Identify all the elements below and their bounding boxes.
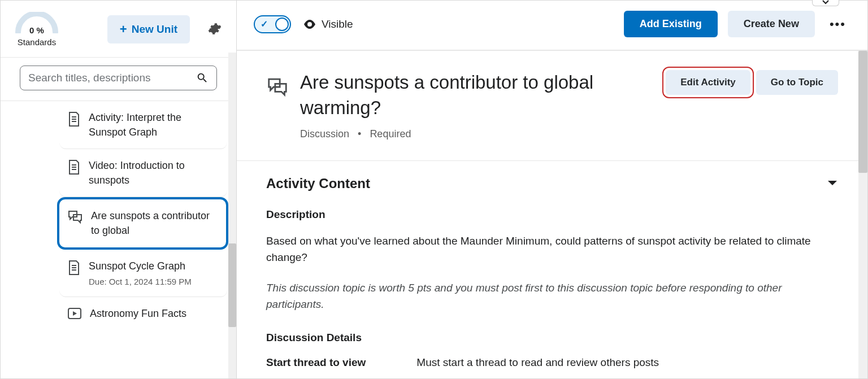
detail-value: Must start a thread to read and review o… bbox=[416, 356, 659, 369]
activity-content-toggle[interactable]: Activity Content bbox=[266, 161, 838, 206]
discussion-detail-row: Start thread to view Must start a thread… bbox=[266, 356, 838, 369]
ellipsis-icon: ••• bbox=[830, 17, 846, 31]
check-icon: ✓ bbox=[261, 19, 268, 29]
gear-icon bbox=[208, 22, 222, 36]
add-existing-button[interactable]: Add Existing bbox=[624, 11, 718, 37]
tree-item-selected[interactable]: Are sunspots a contributor to global bbox=[57, 197, 228, 249]
settings-button[interactable] bbox=[203, 18, 226, 42]
chevron-down-icon bbox=[827, 180, 838, 188]
tree-item[interactable]: Activity: Interpret the Sunspot Graph bbox=[59, 101, 227, 149]
create-new-button[interactable]: Create New bbox=[728, 11, 815, 37]
new-unit-button[interactable]: + New Unit bbox=[107, 15, 190, 43]
edit-activity-button[interactable]: Edit Activity bbox=[666, 70, 750, 95]
plus-icon: + bbox=[120, 23, 127, 36]
standards-label: Standards bbox=[18, 37, 56, 47]
discussion-icon bbox=[67, 210, 83, 226]
main-scrollbar[interactable] bbox=[858, 51, 867, 378]
search-box[interactable] bbox=[20, 66, 217, 90]
section-title: Activity Content bbox=[266, 176, 827, 191]
content-tree: Activity: Interpret the Sunspot Graph Vi… bbox=[1, 101, 236, 378]
main-panel: ✓ Visible Add Existing Create New ••• bbox=[237, 1, 867, 378]
discussion-details-label: Discussion Details bbox=[266, 332, 838, 344]
new-unit-label: New Unit bbox=[132, 23, 177, 36]
tree-item-label: Astronomy Fun Facts bbox=[90, 306, 217, 321]
standards-gauge bbox=[15, 12, 59, 33]
page-meta: Discussion • Required bbox=[300, 128, 654, 140]
video-icon bbox=[67, 307, 82, 322]
sidebar-header: 0 % Standards + New Unit bbox=[1, 1, 236, 58]
activity-type: Discussion bbox=[300, 128, 349, 140]
more-actions-button[interactable]: ••• bbox=[825, 12, 850, 36]
sidebar-scrollbar[interactable] bbox=[228, 53, 236, 378]
app-root: 0 % Standards + New Unit Activity: bbox=[0, 0, 868, 379]
document-icon bbox=[67, 111, 81, 129]
detail-key: Start thread to view bbox=[266, 356, 366, 369]
tree-item[interactable]: Video: Introduction to sunspots bbox=[59, 149, 227, 197]
description-note: This discussion topic is worth 5 pts and… bbox=[266, 280, 838, 312]
required-label: Required bbox=[370, 128, 411, 140]
tree-item-label: Activity: Interpret the Sunspot Graph bbox=[89, 110, 217, 140]
page-header: Are sunspots a contributor to global war… bbox=[266, 70, 838, 140]
search-icon bbox=[196, 72, 209, 84]
visibility-label: Visible bbox=[322, 18, 353, 31]
visibility-toggle[interactable]: ✓ bbox=[254, 15, 291, 33]
tree-item-label: Are sunspots a contributor to global bbox=[91, 208, 216, 238]
chevron-down-icon bbox=[822, 0, 829, 5]
tree-item-label: Sunspot Cycle Graph Due: Oct 1, 2024 11:… bbox=[89, 259, 217, 288]
document-icon bbox=[67, 260, 81, 278]
toolbar: ✓ Visible Add Existing Create New ••• bbox=[237, 1, 867, 51]
tree-item[interactable]: Sunspot Cycle Graph Due: Oct 1, 2024 11:… bbox=[59, 250, 227, 298]
discussion-icon bbox=[266, 77, 289, 99]
eye-icon bbox=[303, 20, 316, 29]
collapsed-dropdown[interactable] bbox=[812, 0, 839, 6]
toggle-knob bbox=[275, 18, 289, 31]
main-scroll-thumb[interactable] bbox=[858, 51, 867, 173]
visibility-indicator: Visible bbox=[303, 18, 353, 31]
description-label: Description bbox=[266, 208, 838, 221]
sidebar: 0 % Standards + New Unit Activity: bbox=[1, 1, 237, 378]
tree-item-label: Video: Introduction to sunspots bbox=[89, 158, 217, 188]
description-text: Based on what you've learned about the M… bbox=[266, 233, 838, 265]
sidebar-scroll-thumb[interactable] bbox=[228, 243, 236, 327]
search-input[interactable] bbox=[28, 72, 196, 84]
go-to-topic-button[interactable]: Go to Topic bbox=[756, 70, 838, 95]
content-scroll-region: Are sunspots a contributor to global war… bbox=[237, 51, 867, 378]
page-title: Are sunspots a contributor to global war… bbox=[300, 70, 654, 120]
tree-item-due: Due: Oct 1, 2024 11:59 PM bbox=[89, 276, 217, 288]
standards-widget[interactable]: 0 % Standards bbox=[11, 12, 63, 47]
search-container bbox=[1, 58, 236, 101]
tree-item[interactable]: Astronomy Fun Facts bbox=[59, 297, 227, 331]
document-icon bbox=[67, 159, 81, 177]
